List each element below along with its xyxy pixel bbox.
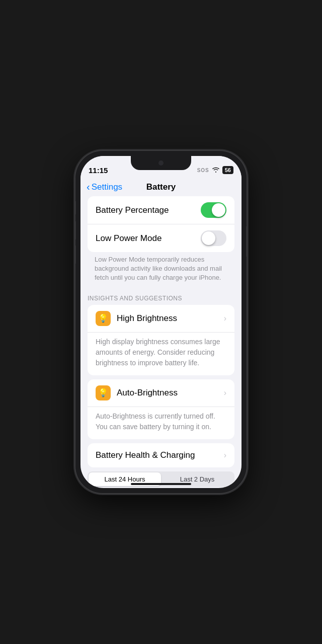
volume-down-button[interactable] — [75, 246, 76, 264]
toggle-card: Battery Percentage Low Power Mode — [88, 196, 234, 252]
scroll-content[interactable]: ‹ Settings Battery Battery Percentage Lo… — [80, 178, 242, 488]
page-title: Battery — [146, 182, 176, 192]
bulb-icon: 💡 — [98, 313, 108, 323]
phone-frame: 11:15 SOS 56 ‹ Settings — [75, 151, 247, 493]
health-card[interactable]: Battery Health & Charging › — [88, 443, 234, 467]
high-brightness-icon: 💡 — [96, 311, 111, 326]
insights-header: INSIGHTS AND SUGGESTIONS — [80, 292, 242, 305]
health-row[interactable]: Battery Health & Charging › — [88, 443, 234, 467]
auto-bulb-icon: 💡 — [98, 388, 108, 397]
battery-percentage-toggle[interactable] — [201, 202, 226, 218]
chart-section: Last 24 Hours Last 2 Days BATTERY LEVEL — [88, 471, 234, 488]
high-brightness-row[interactable]: 💡 High Brightness › — [88, 305, 234, 333]
status-time: 11:15 — [89, 166, 108, 175]
battery-percentage-row[interactable]: Battery Percentage — [88, 196, 234, 224]
auto-brightness-row[interactable]: 💡 Auto-Brightness › — [88, 379, 234, 407]
low-power-mode-label: Low Power Mode — [96, 233, 162, 244]
high-brightness-desc: High display brightness consumes large a… — [88, 333, 234, 375]
status-icons: SOS 56 — [197, 166, 233, 174]
auto-brightness-card[interactable]: 💡 Auto-Brightness › Auto-Brightness is c… — [88, 379, 234, 439]
wifi-icon — [212, 167, 220, 173]
volume-up-button[interactable] — [75, 221, 76, 239]
low-power-mode-toggle[interactable] — [201, 230, 226, 246]
battery-status-indicator: 56 — [222, 166, 233, 174]
auto-chevron-right-icon: › — [224, 388, 226, 397]
battery-percentage-label: Battery Percentage — [96, 205, 169, 215]
auto-brightness-icon: 💡 — [96, 385, 111, 400]
silent-switch[interactable] — [75, 201, 76, 214]
home-indicator[interactable] — [131, 483, 191, 485]
auto-brightness-desc: Auto-Brightness is currently turned off.… — [88, 407, 234, 439]
low-power-helper-text: Low Power Mode temporarily reduces backg… — [88, 252, 234, 288]
health-label: Battery Health & Charging — [96, 450, 195, 460]
back-chevron-icon: ‹ — [87, 181, 90, 193]
toggle-section: Battery Percentage Low Power Mode Low Po… — [88, 196, 234, 288]
low-power-mode-row[interactable]: Low Power Mode — [88, 224, 234, 252]
back-label: Settings — [92, 182, 122, 192]
sos-indicator: SOS — [197, 168, 209, 173]
phone-screen: 11:15 SOS 56 ‹ Settings — [80, 156, 242, 488]
toggle-thumb-lpm — [202, 231, 215, 245]
toggle-thumb — [212, 203, 225, 217]
back-button[interactable]: ‹ Settings — [87, 182, 122, 193]
high-brightness-card[interactable]: 💡 High Brightness › High display brightn… — [88, 305, 234, 375]
auto-brightness-title: Auto-Brightness — [117, 388, 218, 398]
health-chevron-icon: › — [224, 451, 226, 460]
status-bar: 11:15 SOS 56 — [80, 156, 242, 178]
high-brightness-title: High Brightness — [117, 313, 218, 324]
battery-percentage: 56 — [225, 167, 231, 173]
chevron-right-icon: › — [224, 314, 226, 323]
power-button[interactable] — [246, 226, 247, 257]
